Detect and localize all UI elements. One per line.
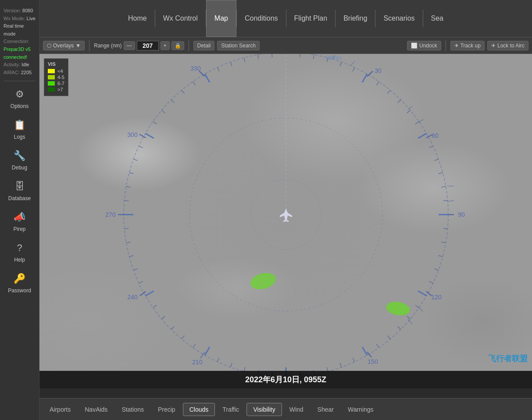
tab-wind[interactable]: Wind	[283, 403, 310, 416]
svg-line-86	[418, 291, 426, 296]
sidebar-item-password[interactable]: 🔑 Password	[0, 267, 39, 298]
nav-items: Home Wx Control Map Conditions Flight Pl…	[39, 0, 532, 37]
svg-line-65	[129, 255, 133, 257]
track-up-label: Track up	[461, 43, 481, 49]
svg-line-41	[434, 269, 438, 270]
svg-line-61	[161, 316, 165, 319]
sidebar-item-logs[interactable]: 📋 Logs	[0, 114, 39, 144]
range-value: 207	[137, 41, 159, 50]
range-increase-button[interactable]: +	[161, 41, 170, 50]
info-panel: Version: 8080 Wx Mode: Live Real time mo…	[0, 4, 39, 79]
svg-line-66	[126, 242, 130, 243]
svg-line-6	[351, 61, 355, 65]
nav-sea[interactable]: Sea	[423, 0, 451, 37]
svg-line-82	[271, 54, 272, 57]
svg-line-39	[441, 242, 446, 243]
timestamp-bar: 2022年6月10日, 0955Z	[39, 371, 532, 388]
watermark-logo: 飞行者联盟	[488, 353, 528, 364]
tab-traffic[interactable]: Traffic	[216, 403, 246, 416]
version-value: 8080	[22, 8, 33, 13]
svg-line-81	[257, 55, 258, 59]
deg-330: 330	[190, 65, 201, 72]
nav-map[interactable]: Map	[206, 0, 236, 37]
tab-warnings[interactable]: Warnings	[341, 403, 380, 416]
track-up-button[interactable]: ✈ Track up	[450, 41, 485, 50]
station-search-button[interactable]: Station Search	[217, 41, 260, 50]
svg-line-32	[415, 122, 418, 124]
svg-line-77	[193, 82, 195, 85]
version-label: Version:	[4, 8, 21, 13]
key-icon: 🔑	[13, 272, 27, 286]
aircraft-symbol	[280, 208, 292, 222]
detail-button[interactable]: Detail	[193, 41, 215, 50]
svg-line-84	[418, 133, 426, 138]
overlays-chevron: ▼	[75, 43, 81, 49]
database-icon: 🗄	[13, 179, 27, 194]
lock-button[interactable]: 🔒	[171, 41, 184, 50]
timestamp-text: 2022年6月10日, 0955Z	[245, 374, 326, 385]
nav-scenarios[interactable]: Scenarios	[375, 0, 422, 37]
lock-to-airc-label: Lock to Airc	[497, 43, 525, 49]
svg-line-42	[429, 281, 433, 283]
nav-home[interactable]: Home	[120, 0, 155, 37]
svg-line-31	[407, 110, 410, 113]
svg-line-80	[244, 58, 245, 62]
svg-line-35	[438, 172, 443, 174]
tab-airports[interactable]: Airports	[43, 403, 77, 416]
svg-line-68	[124, 201, 129, 201]
svg-line-37	[443, 201, 447, 201]
nav-flight-plan[interactable]: Flight Plan	[286, 0, 336, 37]
sidebar-item-database[interactable]: 🗄 Database	[0, 175, 39, 206]
svg-line-34	[434, 159, 438, 160]
svg-line-40	[438, 255, 443, 257]
connection-label: Connection:	[4, 39, 29, 44]
sidebar-item-help[interactable]: ? Help	[0, 237, 39, 267]
watermark-url: www.onlinefier.com	[490, 364, 528, 369]
plane-up-icon: ✈	[454, 43, 459, 49]
map-area[interactable]: VIS <4 4-5 6-7 >7	[39, 54, 532, 388]
tab-navaids[interactable]: NavAids	[78, 403, 114, 416]
help-icon: ?	[13, 241, 27, 255]
svg-line-56	[230, 363, 232, 367]
svg-line-27	[353, 68, 354, 72]
nav-conditions[interactable]: Conditions	[237, 0, 286, 37]
svg-line-14	[418, 307, 423, 312]
lock-aircraft-icon: ✈	[491, 43, 496, 49]
range-decrease-button[interactable]: —	[124, 41, 135, 50]
svg-line-26	[340, 62, 341, 66]
svg-line-72	[139, 146, 143, 148]
svg-line-12	[447, 201, 454, 201]
tab-stations[interactable]: Stations	[115, 403, 150, 416]
compass-svg: 30 60 90 120 150	[89, 54, 483, 388]
tab-clouds[interactable]: Clouds	[183, 403, 215, 416]
svg-line-59	[182, 336, 184, 339]
airac-label: AIRAC:	[4, 70, 20, 75]
tab-shear[interactable]: Shear	[311, 403, 340, 416]
lock-to-aircraft-button[interactable]: ✈ Lock to Airc	[487, 41, 528, 50]
tab-precip[interactable]: Precip	[151, 403, 182, 416]
svg-line-28	[376, 82, 379, 85]
sidebar-item-debug[interactable]: 🔧 Debug	[0, 144, 39, 175]
range-control: Range (nm) — 207 + 🔒	[94, 41, 184, 50]
pirep-icon: 📣	[13, 210, 27, 224]
svg-line-67	[124, 228, 129, 229]
tab-visibility[interactable]: Visibility	[246, 403, 282, 416]
map-toolbar: ⬡ Overlays ▼ Range (nm) — 207 + 🔒 Detail…	[39, 37, 532, 54]
svg-line-79	[230, 62, 232, 66]
nav-briefing[interactable]: Briefing	[336, 0, 375, 37]
svg-line-36	[441, 187, 446, 187]
overlays-button[interactable]: ⬡ Overlays ▼	[43, 41, 85, 50]
deg-300: 300	[127, 131, 138, 138]
svg-line-90	[145, 291, 154, 296]
range-label: Range (nm)	[94, 43, 121, 49]
bottom-tabs: Airports NavAids Stations Precip Clouds …	[39, 398, 532, 420]
nav-wx-control[interactable]: Wx Control	[155, 0, 206, 37]
undock-button[interactable]: ⬜ Undock	[407, 41, 441, 50]
sidebar-item-options[interactable]: ⚙ Options	[0, 83, 39, 114]
logs-label: Logs	[14, 134, 25, 140]
svg-line-58	[193, 344, 195, 348]
logs-icon: 📋	[13, 118, 27, 132]
sidebar-item-pirep[interactable]: 📣 Pirep	[0, 206, 39, 237]
options-label: Options	[11, 103, 29, 109]
svg-line-38	[443, 228, 447, 229]
